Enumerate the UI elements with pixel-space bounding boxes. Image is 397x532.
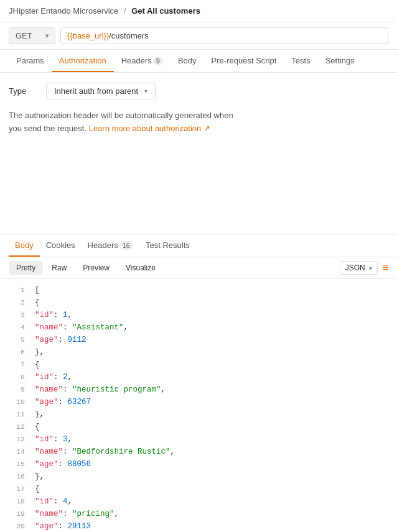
tab-authorization[interactable]: Authorization — [52, 50, 114, 72]
code-line-4: 4 "name": "Assistant", — [0, 321, 397, 334]
json-format-value: JSON — [345, 264, 365, 272]
line-number: 8 — [5, 372, 25, 383]
line-number: 18 — [5, 496, 25, 507]
line-content: }, — [35, 346, 392, 359]
line-content: "id": 2, — [35, 371, 392, 383]
line-content: "age": 9112 — [35, 334, 392, 346]
line-content: "id": 1, — [35, 309, 392, 321]
url-base: {{base_url}} — [67, 31, 109, 40]
line-content: }, — [35, 408, 392, 421]
line-content: "id": 3, — [35, 433, 392, 446]
response-tab-test-results[interactable]: Test Results — [139, 234, 196, 257]
response-tab-headers[interactable]: Headers16 — [82, 234, 139, 257]
line-content: "age": 29113 — [35, 520, 392, 532]
line-number: 9 — [5, 384, 25, 395]
auth-type-value: Inherit auth from parent — [54, 86, 138, 96]
tab-body[interactable]: Body — [170, 50, 204, 72]
line-number: 2 — [5, 297, 25, 308]
auth-panel: Type Inherit auth from parent ▾ The auth… — [0, 73, 397, 234]
request-tabs: Params Authorization Headers9 Body Pre-r… — [0, 50, 397, 73]
line-number: 10 — [5, 397, 25, 408]
json-format-dropdown[interactable]: JSON ▾ — [340, 261, 378, 275]
method-chevron-icon: ▾ — [45, 32, 49, 39]
line-number: 20 — [5, 521, 25, 532]
url-bar: GET ▾ {{base_url}}/customers — [0, 22, 397, 50]
line-number: 3 — [5, 310, 25, 321]
response-tab-cookies[interactable]: Cookies — [40, 234, 82, 257]
method-dropdown[interactable]: GET ▾ — [9, 27, 55, 44]
code-line-8: 8 "id": 2, — [0, 371, 397, 383]
code-line-2: 2 { — [0, 296, 397, 309]
auth-learn-more-link[interactable]: Learn more about authorization ↗ — [89, 124, 210, 133]
code-line-16: 16 }, — [0, 470, 397, 483]
code-line-15: 15 "age": 88056 — [0, 458, 397, 470]
code-line-14: 14 "name": "Bedfordshire Rustic", — [0, 446, 397, 458]
format-bar: Pretty Raw Preview Visualize JSON ▾ ≡ — [0, 257, 397, 279]
method-label: GET — [16, 31, 32, 40]
code-line-12: 12 { — [0, 421, 397, 433]
breadcrumb-sep: / — [124, 6, 126, 16]
line-number: 7 — [5, 359, 25, 370]
code-line-11: 11 }, — [0, 408, 397, 421]
line-content: "id": 4, — [35, 495, 392, 508]
code-line-17: 17 { — [0, 483, 397, 495]
line-number: 4 — [5, 322, 25, 333]
line-number: 1 — [5, 285, 25, 296]
code-line-20: 20 "age": 29113 — [0, 520, 397, 532]
tab-tests[interactable]: Tests — [284, 50, 317, 72]
format-raw[interactable]: Raw — [44, 261, 74, 275]
wrap-button[interactable]: ≡ — [383, 262, 388, 273]
line-content: "age": 88056 — [35, 458, 392, 470]
line-number: 12 — [5, 421, 25, 433]
line-number: 5 — [5, 334, 25, 346]
tab-params[interactable]: Params — [9, 50, 52, 72]
line-content: "age": 63267 — [35, 396, 392, 408]
line-number: 14 — [5, 446, 25, 457]
headers-badge: 9 — [153, 57, 163, 65]
code-line-3: 3 "id": 1, — [0, 309, 397, 321]
auth-type-dropdown[interactable]: Inherit auth from parent ▾ — [46, 83, 156, 99]
tab-prerequest[interactable]: Pre-request Script — [204, 50, 284, 72]
code-line-6: 6 }, — [0, 346, 397, 359]
response-headers-badge: 16 — [119, 241, 133, 250]
breadcrumb: JHipster Entando Microservice / Get All … — [0, 0, 397, 22]
format-preview[interactable]: Preview — [75, 261, 117, 275]
code-block: 1[2 {3 "id": 1,4 "name": "Assistant",5 "… — [0, 279, 397, 532]
line-content: "name": "heuristic program", — [35, 383, 392, 396]
code-line-19: 19 "name": "pricing", — [0, 508, 397, 520]
line-number: 16 — [5, 471, 25, 482]
code-line-1: 1[ — [0, 284, 397, 296]
line-content: [ — [35, 284, 392, 296]
code-line-9: 9 "name": "heuristic program", — [0, 383, 397, 396]
auth-dropdown-chevron-icon: ▾ — [144, 88, 147, 94]
code-line-13: 13 "id": 3, — [0, 433, 397, 446]
format-pretty[interactable]: Pretty — [9, 261, 43, 275]
breadcrumb-parent[interactable]: JHipster Entando Microservice — [9, 6, 118, 16]
response-tab-body[interactable]: Body — [9, 234, 40, 257]
line-number: 6 — [5, 347, 25, 358]
tab-headers[interactable]: Headers9 — [114, 50, 170, 72]
auth-note: The authorization header will be automat… — [9, 109, 388, 135]
line-content: "name": "Bedfordshire Rustic", — [35, 446, 392, 458]
format-visualize[interactable]: Visualize — [118, 261, 163, 275]
line-content: { — [35, 296, 392, 309]
line-content: { — [35, 421, 392, 433]
line-content: }, — [35, 470, 392, 483]
tab-settings[interactable]: Settings — [318, 50, 362, 72]
response-tabs: Body Cookies Headers16 Test Results — [0, 234, 397, 257]
line-content: "name": "Assistant", — [35, 321, 392, 334]
line-number: 11 — [5, 409, 25, 420]
code-line-10: 10 "age": 63267 — [0, 396, 397, 408]
line-number: 19 — [5, 508, 25, 520]
response-section: Body Cookies Headers16 Test Results Pret… — [0, 234, 397, 532]
auth-type-label: Type — [9, 86, 46, 96]
breadcrumb-current: Get All customers — [131, 6, 200, 16]
url-path: /customers — [109, 31, 149, 40]
line-number: 17 — [5, 484, 25, 495]
url-input[interactable]: {{base_url}}/customers — [60, 27, 388, 44]
code-line-18: 18 "id": 4, — [0, 495, 397, 508]
line-content: "name": "pricing", — [35, 508, 392, 520]
code-line-7: 7 { — [0, 359, 397, 371]
line-content: { — [35, 483, 392, 495]
line-number: 13 — [5, 434, 25, 445]
